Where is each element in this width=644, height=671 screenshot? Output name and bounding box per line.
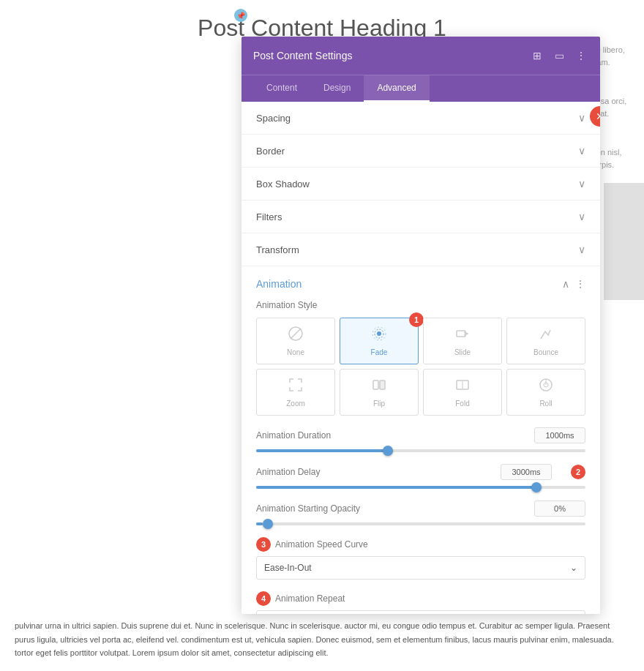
animation-speed-curve-row: 3 Animation Speed Curve Ease-In-Out ⌄ [256, 537, 585, 580]
opacity-slider-thumb[interactable] [263, 519, 273, 529]
animation-duration-row: Animation Duration 1000ms [256, 427, 585, 452]
border-chevron: ∨ [578, 145, 585, 157]
bg-gray-area [604, 183, 644, 300]
delay-slider-fill [256, 486, 536, 489]
animation-more-icon[interactable]: ⋮ [575, 278, 585, 290]
style-fold-btn[interactable]: Fold [423, 369, 502, 416]
border-label: Border [256, 146, 285, 157]
bounce-icon [538, 326, 554, 345]
fade-badge: 1 [409, 312, 424, 327]
bottom-text: pulvinar urna in ultrici sapien. Duis su… [0, 608, 644, 671]
panel-title: Post Content Settings [253, 50, 352, 61]
animation-delay-header: Animation Delay 3000ms 2 [256, 464, 585, 480]
animation-opacity-row: Animation Starting Opacity 0% [256, 501, 585, 525]
spacing-chevron: ∨ [578, 112, 585, 124]
duration-value[interactable]: 1000ms [534, 427, 585, 443]
transform-chevron: ∨ [578, 244, 585, 255]
zoom-label: Zoom [286, 400, 305, 408]
slide-label: Slide [454, 348, 471, 356]
pin-icon: 📌 [234, 9, 247, 22]
fade-icon [371, 326, 387, 345]
svg-rect-6 [373, 381, 378, 389]
fold-label: Fold [455, 400, 469, 408]
delay-slider-track[interactable] [256, 486, 585, 489]
animation-title: Animation [256, 278, 302, 290]
columns-icon[interactable]: ▭ [552, 48, 566, 63]
style-slide-btn[interactable]: Slide [423, 318, 502, 364]
animation-collapse-icon[interactable]: ∧ [562, 278, 569, 290]
animation-section: Animation ∧ ⋮ Animation Style None [242, 266, 600, 614]
fade-label: Fade [371, 348, 388, 356]
delay-value[interactable]: 3000ms [501, 464, 552, 480]
svg-rect-5 [457, 331, 465, 337]
box-shadow-chevron: ∨ [578, 178, 585, 190]
spacing-section[interactable]: Spacing ∨ [242, 102, 600, 135]
slide-icon [454, 326, 471, 345]
resize-icon[interactable]: ⊞ [530, 48, 544, 63]
opacity-value[interactable]: 0% [534, 501, 585, 517]
repeat-badge: 4 [256, 591, 271, 606]
repeat-label-row: 4 Animation Repeat [256, 591, 585, 606]
tab-design[interactable]: Design [310, 75, 364, 102]
animation-style-grid: None 1 Fade [256, 318, 585, 416]
tab-content[interactable]: Content [253, 75, 310, 102]
animation-header: Animation ∧ ⋮ [256, 278, 585, 290]
filters-section[interactable]: Filters ∨ [242, 200, 600, 233]
opacity-slider-track[interactable] [256, 522, 585, 525]
speed-curve-label-row: 3 Animation Speed Curve [256, 537, 585, 552]
opacity-slider-container [256, 522, 585, 525]
style-fade-btn[interactable]: 1 Fade [340, 318, 419, 364]
delay-label: Animation Delay [256, 467, 320, 477]
delay-badge: 2 [571, 465, 585, 479]
speed-curve-badge: 3 [256, 537, 271, 552]
tab-advanced[interactable]: Advanced [364, 75, 429, 102]
duration-slider-container [256, 449, 585, 452]
style-none-btn[interactable]: None [256, 318, 335, 364]
border-section[interactable]: Border ∨ [242, 135, 600, 168]
style-roll-btn[interactable]: Roll [506, 369, 585, 416]
tabs-bar: Content Design Advanced [242, 75, 600, 102]
none-label: None [287, 348, 304, 356]
animation-delay-row: Animation Delay 3000ms 2 [256, 464, 585, 489]
transform-label: Transform [256, 244, 299, 255]
svg-line-1 [291, 329, 301, 339]
opacity-slider-fill [256, 522, 263, 525]
fold-icon [454, 377, 471, 397]
speed-curve-label: Animation Speed Curve [275, 539, 368, 550]
animation-duration-header: Animation Duration 1000ms [256, 427, 585, 443]
animation-header-icons: ∧ ⋮ [562, 278, 585, 290]
duration-slider-thumb[interactable] [383, 446, 393, 456]
filters-label: Filters [256, 211, 282, 222]
zoom-icon [288, 377, 304, 397]
panel-header-icons: ⊞ ▭ ⋮ [530, 48, 588, 63]
box-shadow-label: Box Shadow [256, 179, 310, 190]
speed-curve-arrow: ⌄ [570, 563, 577, 573]
delay-slider-thumb[interactable] [531, 482, 542, 492]
filters-chevron: ∨ [578, 211, 585, 222]
repeat-select[interactable]: Once ⌄ [256, 610, 585, 614]
roll-icon [538, 377, 554, 397]
more-icon[interactable]: ⋮ [574, 48, 588, 63]
panel-body: Spacing ∨ Border ∨ Box Shadow ∨ Filters … [242, 102, 600, 614]
opacity-label: Animation Starting Opacity [256, 503, 360, 514]
repeat-label: Animation Repeat [275, 593, 345, 604]
style-bounce-btn[interactable]: Bounce [506, 318, 585, 364]
duration-slider-track[interactable] [256, 449, 585, 452]
settings-panel: Post Content Settings ⊞ ▭ ⋮ Content Desi… [242, 37, 600, 614]
panel-header: Post Content Settings ⊞ ▭ ⋮ [242, 37, 600, 75]
box-shadow-section[interactable]: Box Shadow ∨ [242, 168, 600, 200]
animation-opacity-header: Animation Starting Opacity 0% [256, 501, 585, 517]
transform-section[interactable]: Transform ∨ [242, 233, 600, 266]
animation-style-label: Animation Style [256, 300, 585, 310]
flip-icon [371, 377, 387, 397]
duration-label: Animation Duration [256, 430, 331, 441]
svg-point-2 [377, 331, 381, 336]
spacing-label: Spacing [256, 113, 291, 124]
speed-curve-select[interactable]: Ease-In-Out ⌄ [256, 556, 585, 580]
flip-label: Flip [373, 400, 385, 408]
bounce-label: Bounce [533, 348, 558, 356]
svg-rect-7 [380, 381, 385, 389]
duration-slider-fill [256, 449, 388, 452]
style-zoom-btn[interactable]: Zoom [256, 369, 335, 416]
style-flip-btn[interactable]: Flip [340, 369, 419, 416]
